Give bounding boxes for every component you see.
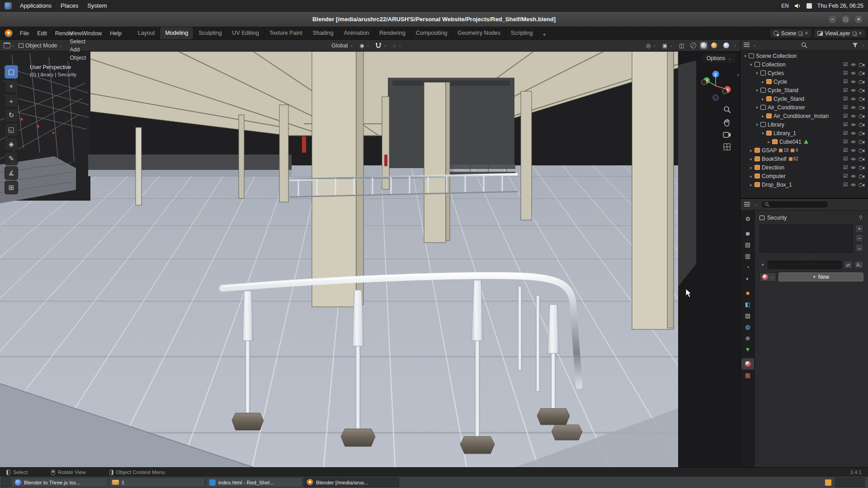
disable-in-render-toggle[interactable] [858, 140, 866, 144]
toggle-xray-button[interactable]: ◫ [676, 42, 687, 50]
disable-in-render-toggle[interactable] [858, 165, 866, 170]
workspace-tab-scripting[interactable]: Scripting [506, 27, 538, 39]
maximize-button[interactable]: ▢ [841, 14, 850, 24]
properties-search-field[interactable] [761, 201, 829, 208]
expander-icon[interactable]: ▸ [748, 174, 754, 178]
hide-in-viewport-toggle[interactable] [849, 97, 857, 101]
tray-app-icon[interactable] [825, 479, 831, 486]
tool-scale[interactable]: ◱ [5, 123, 18, 136]
outliner-search-icon[interactable] [801, 42, 807, 48]
tool-select-box[interactable]: ▢ [5, 65, 18, 79]
workspace-tab-layout[interactable]: Layout [133, 27, 160, 39]
outliner-editor-type-icon[interactable] [744, 42, 750, 47]
viewport-menu-select[interactable]: Select [66, 38, 90, 46]
tool-annotate[interactable]: ✎ [5, 152, 18, 165]
tray-indicator-icon[interactable] [807, 3, 812, 9]
minimize-button[interactable]: − [828, 14, 837, 24]
clock[interactable]: Thu Feb 26, 06:25 [817, 3, 863, 9]
expander-icon[interactable]: ▾ [754, 105, 760, 110]
sidebar-collapse-arrow[interactable]: ‹ [737, 71, 739, 78]
taskbar-blender-media-arus[interactable]: Blender [/media/arus... [303, 478, 399, 487]
properties-tab-object[interactable]: ■ [741, 287, 754, 299]
hide-in-viewport-toggle[interactable] [849, 105, 857, 110]
hide-in-viewport-toggle[interactable] [849, 131, 857, 136]
os-menu-system[interactable]: System [84, 1, 110, 10]
unlink-scene-icon[interactable]: ✕ [804, 31, 808, 36]
hide-in-viewport-toggle[interactable] [849, 71, 857, 75]
os-menu-places[interactable]: Places [57, 1, 82, 10]
outliner-row-computer[interactable]: ▸Computer☑ [741, 172, 868, 180]
selectable-checkbox[interactable]: ☑ [843, 164, 848, 170]
tool-add-cube[interactable]: ⊞ [5, 181, 18, 194]
taskbar-index-html-red-shel[interactable]: index.html - Red_Shel... [206, 478, 302, 487]
outliner-row-air-conditioner-instan[interactable]: ▸Air_Conditioner_Instan☑ [741, 112, 868, 120]
speaker-icon[interactable] [794, 3, 801, 9]
new-scene-icon[interactable] [798, 32, 802, 35]
hide-in-viewport-toggle[interactable] [849, 88, 857, 93]
taskbar-1[interactable]: 1 [109, 478, 205, 487]
shading-material-button[interactable] [708, 42, 720, 49]
selectable-checkbox[interactable]: ☑ [843, 156, 848, 162]
window-titlebar[interactable]: Blender [/media/arushrc22/ARUSH'S/Person… [0, 12, 868, 27]
properties-tab-object-data[interactable]: ▼ [741, 344, 754, 355]
resize-grip[interactable]: :::: [760, 254, 863, 259]
outliner-row-cycles[interactable]: ▾Cycles☑ [741, 69, 868, 77]
hide-in-viewport-toggle[interactable] [849, 62, 857, 67]
hide-in-viewport-toggle[interactable] [849, 174, 857, 178]
outliner-row-drop-box-1[interactable]: ▸Drop_Box_1☑ [741, 180, 868, 189]
workspace-tab-modeling[interactable]: Modeling [160, 27, 193, 39]
properties-tab-physics[interactable]: ◍ [741, 321, 754, 333]
outliner-filter-icon[interactable] [852, 42, 858, 48]
outliner-row-gsap[interactable]: ▸GSAP184☑ [741, 146, 868, 155]
hide-in-viewport-toggle[interactable] [849, 157, 857, 161]
selectable-checkbox[interactable]: ☑ [843, 182, 848, 188]
disable-in-render-toggle[interactable] [858, 80, 866, 84]
show-gizmos-dropdown[interactable]: ◎ ⌄ [643, 42, 659, 50]
tool-cursor[interactable]: ⌖ [5, 80, 18, 93]
expander-icon[interactable]: ▾ [754, 71, 760, 75]
pan-hand-icon[interactable] [723, 119, 731, 127]
tool-measure[interactable]: ∡ [5, 166, 18, 180]
outliner-row-cycle-stand[interactable]: ▸Cycle_Stand☑ [741, 94, 868, 103]
outliner-row-library-1[interactable]: ▾Library_1☑ [741, 129, 868, 137]
view-layer-selector[interactable]: ViewLayer ✕ [814, 29, 865, 38]
axis-z-negative[interactable] [713, 95, 718, 100]
show-overlays-dropdown[interactable]: ▣ ⌄ [660, 42, 675, 50]
properties-tab-constraints[interactable]: ⊗ [741, 333, 754, 344]
transform-orientation-dropdown[interactable]: Global ⌄ [329, 42, 356, 50]
zoom-icon[interactable] [723, 106, 731, 113]
properties-tab-particles[interactable]: ▨ [741, 310, 754, 321]
expander-icon[interactable]: ▸ [748, 148, 754, 153]
outliner-row-cycle[interactable]: ▸Cycle☑ [741, 77, 868, 86]
hide-in-viewport-toggle[interactable] [849, 122, 857, 127]
disable-in-render-toggle[interactable] [858, 97, 866, 101]
properties-tab-world[interactable]: ◐ [741, 273, 754, 284]
shading-rendered-button[interactable] [721, 42, 732, 49]
outliner-row-scene-collection[interactable]: ▾Scene Collection [741, 52, 868, 60]
disable-in-render-toggle[interactable] [858, 148, 866, 153]
properties-tab-material[interactable] [741, 358, 754, 370]
axis-x-negative[interactable] [701, 80, 707, 85]
slot-specials-button[interactable]: ⌄ [855, 244, 863, 252]
outliner-row-directiion[interactable]: ▸Directiion☑ [741, 163, 868, 172]
hide-in-viewport-toggle[interactable] [849, 80, 857, 84]
add-slot-button[interactable]: + [855, 225, 863, 233]
tool-rotate[interactable]: ↻ [5, 108, 18, 122]
options-dropdown[interactable]: Options ⌄ [703, 54, 736, 63]
outliner-row-cycle-stand[interactable]: ▾Cycle_Stand☑ [741, 86, 868, 94]
hide-in-viewport-toggle[interactable] [849, 140, 857, 144]
outliner-row-cube041[interactable]: ▸Cube041☑ [741, 137, 868, 146]
selectable-checkbox[interactable]: ☑ [843, 79, 848, 84]
tool-move[interactable]: + [5, 94, 18, 108]
properties-editor-type-icon[interactable] [744, 202, 750, 207]
disable-in-render-toggle[interactable] [858, 183, 866, 187]
editor-type-icon[interactable] [4, 42, 10, 48]
expander-icon[interactable]: ▾ [742, 54, 748, 58]
workspace-tab-animation[interactable]: Animation [339, 27, 375, 39]
selectable-checkbox[interactable]: ☑ [843, 147, 848, 153]
close-button[interactable]: ✕ [854, 14, 863, 24]
disable-in-render-toggle[interactable] [858, 131, 866, 136]
selectable-checkbox[interactable]: ☑ [843, 61, 848, 67]
sort-button[interactable]: A↓ [854, 261, 863, 269]
browse-material-button[interactable]: ⌄ [760, 272, 776, 282]
